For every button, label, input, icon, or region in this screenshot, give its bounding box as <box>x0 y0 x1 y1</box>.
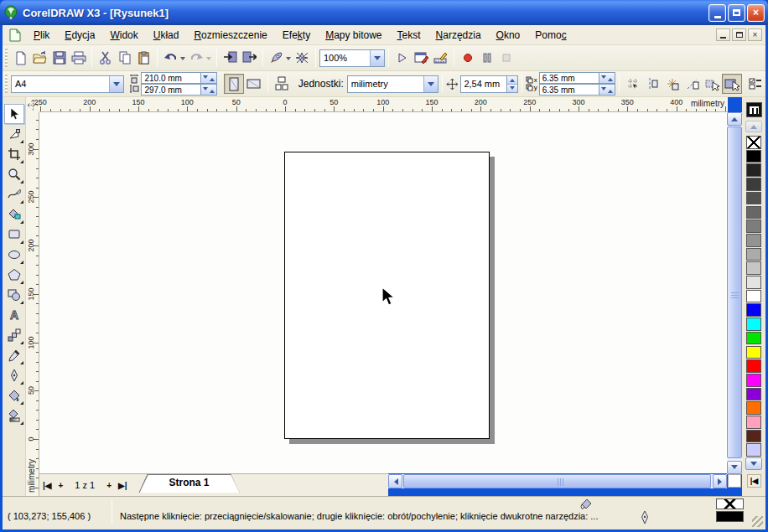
vertical-scroll-thumb[interactable] <box>727 127 742 458</box>
color-swatch[interactable] <box>746 150 761 163</box>
print-button[interactable] <box>69 49 88 68</box>
save-button[interactable] <box>49 49 69 68</box>
menu-item-narz-dzia[interactable]: Narzędzia <box>428 27 489 44</box>
export-button[interactable] <box>240 49 259 68</box>
snap-to-objects-button[interactable] <box>662 74 682 94</box>
undo-dropdown[interactable] <box>180 57 185 63</box>
menu-item-tekst[interactable]: Tekst <box>390 27 428 44</box>
color-swatch[interactable] <box>746 163 761 177</box>
no-color-swatch[interactable] <box>746 136 761 149</box>
palette-expand-button[interactable]: |◀ <box>747 474 761 488</box>
color-swatch[interactable] <box>746 290 761 303</box>
treat-as-filled-button[interactable] <box>703 74 723 94</box>
toolbar-grip[interactable] <box>5 49 8 67</box>
outline-pen-tool[interactable] <box>4 365 24 385</box>
fill-tool[interactable] <box>4 385 24 405</box>
menu-item-okno[interactable]: Okno <box>489 27 528 44</box>
record-button[interactable] <box>458 49 477 68</box>
add-page-before-button[interactable]: + <box>55 481 67 490</box>
drawing-canvas[interactable] <box>39 112 727 473</box>
duplicate-y-spinner[interactable] <box>599 84 615 96</box>
units-combo-arrow[interactable] <box>423 76 438 92</box>
vba-editor-button[interactable] <box>412 49 431 68</box>
propbar-grip[interactable] <box>5 75 8 93</box>
palette-scroll-down-button[interactable] <box>745 457 762 470</box>
menu-item-widok[interactable]: Widok <box>102 27 145 44</box>
rectangle-tool[interactable] <box>4 225 24 245</box>
spin-down[interactable] <box>507 84 517 92</box>
open-button[interactable] <box>30 49 49 68</box>
color-swatch[interactable] <box>746 388 761 401</box>
stop-button[interactable] <box>496 49 516 68</box>
scroll-up-button[interactable] <box>727 112 742 126</box>
new-document-button[interactable] <box>11 49 30 68</box>
paper-combo-arrow[interactable] <box>109 76 123 92</box>
paper-height-field[interactable]: 297.0 mm <box>141 84 201 96</box>
paper-width-field[interactable]: 210.0 mm <box>141 72 201 84</box>
menu-item-edycja[interactable]: Edycja <box>57 27 102 44</box>
palette-flyout-button[interactable] <box>746 102 762 117</box>
import-button[interactable] <box>221 49 240 68</box>
color-swatch[interactable] <box>746 206 761 220</box>
play-macro-button[interactable] <box>392 49 412 68</box>
pause-button[interactable] <box>477 49 496 68</box>
units-combo[interactable]: milimetry <box>347 75 438 93</box>
horizontal-scrollbar[interactable] <box>388 474 727 488</box>
basic-shapes-tool[interactable] <box>4 285 24 305</box>
add-page-after-button[interactable]: + <box>103 481 115 490</box>
paper-height-spinner[interactable] <box>201 84 217 96</box>
color-swatch[interactable] <box>746 234 761 247</box>
vertical-ruler[interactable]: milimetry 300250200150100500 <box>26 112 39 496</box>
scroll-right-button[interactable] <box>713 474 727 488</box>
snap-to-guidelines-button[interactable] <box>642 74 662 94</box>
apply-to-all-pages-button[interactable] <box>272 74 292 94</box>
portrait-button[interactable] <box>224 74 244 94</box>
color-swatch[interactable] <box>746 374 761 387</box>
color-swatch[interactable] <box>746 276 761 289</box>
palette-scroll-up-button[interactable] <box>745 121 762 132</box>
menu-item-efekty[interactable]: Efekty <box>275 27 318 44</box>
macro-editor-button[interactable] <box>431 49 450 68</box>
paste-button[interactable] <box>134 49 153 68</box>
first-page-button[interactable]: |◀ <box>39 481 55 490</box>
corel-online-button[interactable] <box>293 49 312 68</box>
paper-preset-combo[interactable]: A4 <box>11 75 125 93</box>
marquee-select-button[interactable] <box>722 74 742 94</box>
color-swatch[interactable] <box>746 303 761 317</box>
menu-item-pomoc[interactable]: Pomoc <box>527 27 573 44</box>
menu-item-uk-ad[interactable]: Układ <box>146 27 187 44</box>
color-swatch[interactable] <box>746 178 761 191</box>
vertical-scrollbar[interactable] <box>727 112 742 474</box>
pick-tool[interactable] <box>4 104 24 124</box>
title-bar[interactable]: CorelDRAW X3 - [Rysunek1] × <box>0 0 768 25</box>
scroll-left-button[interactable] <box>388 474 402 488</box>
landscape-button[interactable] <box>244 74 264 94</box>
color-swatch[interactable] <box>746 430 761 443</box>
eyedropper-tool[interactable] <box>4 345 24 365</box>
launcher-dropdown[interactable] <box>286 57 291 63</box>
fill-color-swatch[interactable] <box>716 498 744 509</box>
mdi-close-button[interactable]: × <box>748 28 762 41</box>
dynamic-guides-button[interactable] <box>682 74 703 94</box>
interactive-blend-tool[interactable] <box>4 325 24 345</box>
color-swatch[interactable] <box>746 346 761 359</box>
crop-tool[interactable] <box>4 144 24 164</box>
outline-color-swatch[interactable] <box>716 511 744 522</box>
nudge-offset-field[interactable]: 2,54 mm <box>460 75 506 93</box>
horizontal-ruler[interactable]: milimetry 250200150100500501001502002503… <box>39 97 728 112</box>
zoom-tool[interactable] <box>4 164 24 184</box>
application-launcher-button[interactable] <box>267 49 286 68</box>
color-swatch[interactable] <box>746 220 761 233</box>
cut-button[interactable] <box>96 49 115 68</box>
resize-grip[interactable] <box>752 516 763 527</box>
color-swatch[interactable] <box>746 318 761 331</box>
duplicate-y-field[interactable]: 6.35 mm <box>539 84 599 96</box>
horizontal-scroll-thumb[interactable] <box>403 474 711 488</box>
interactive-fill-tool[interactable] <box>4 405 24 426</box>
shape-tool[interactable] <box>4 124 24 144</box>
last-page-button[interactable]: ▶| <box>115 481 131 490</box>
ellipse-tool[interactable] <box>4 245 24 265</box>
duplicate-x-field[interactable]: 6.35 mm <box>539 72 599 84</box>
close-button[interactable]: × <box>747 4 765 22</box>
paper-width-spinner[interactable] <box>201 72 217 84</box>
